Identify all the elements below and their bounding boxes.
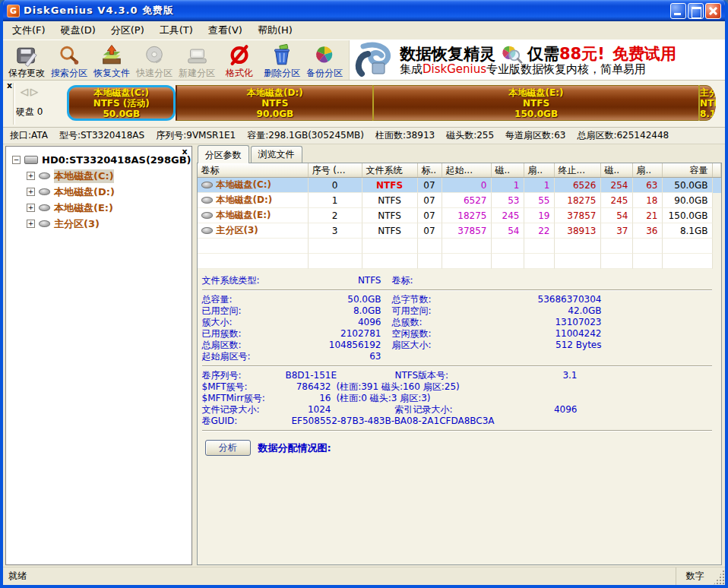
menu-tools[interactable]: 工具(T) bbox=[152, 21, 201, 40]
detail-label: 卷GUID: bbox=[202, 416, 286, 427]
disk-capacity: 容量:298.1GB(305245MB) bbox=[247, 129, 364, 142]
expand-icon[interactable]: + bbox=[27, 220, 35, 228]
tab-browse-files[interactable]: 浏览文件 bbox=[251, 146, 302, 163]
detail-value: B8D1-151E bbox=[286, 370, 331, 381]
delete-partition-button[interactable]: 删除分区 bbox=[261, 41, 303, 80]
detail-label: NTFS版本号: bbox=[395, 370, 494, 381]
menu-disk[interactable]: 硬盘(D) bbox=[53, 21, 103, 40]
tree-close-icon[interactable]: x bbox=[182, 147, 187, 156]
tree-item-primary[interactable]: + 主分区(3) bbox=[6, 216, 191, 232]
detail-row: $MFTMirr簇号:16 (柱面:0 磁头:3 扇区:3) bbox=[202, 393, 716, 404]
cell-capacity: 90.0GB bbox=[663, 193, 713, 208]
cell-end-head: 37 bbox=[601, 223, 633, 239]
tree-item-c[interactable]: + 本地磁盘(C:) bbox=[6, 168, 191, 184]
table-row[interactable]: 本地磁盘(E:) 2 NTFS 07 18275 245 19 37857 54… bbox=[198, 208, 722, 223]
status-numlock: 数字 bbox=[676, 567, 714, 585]
disk-nav-arrows[interactable]: ◁▷ bbox=[21, 86, 40, 97]
col-filesystem[interactable]: 文件系统 bbox=[362, 163, 418, 177]
empty-row bbox=[198, 254, 722, 269]
menu-file[interactable]: 文件(F) bbox=[5, 21, 53, 40]
detail-label: 已用簇数: bbox=[202, 328, 309, 340]
cell-filler bbox=[713, 178, 722, 193]
col-capacity[interactable]: 容量 bbox=[663, 163, 713, 177]
panel-close-icon[interactable]: x bbox=[7, 81, 12, 90]
detail-value: 1024 bbox=[286, 404, 331, 416]
col-end-head[interactable]: 磁.. bbox=[601, 163, 633, 177]
partition-details: 文件系统类型:NTFS 卷标: 总容量:50.0GB 总字节数:53686370… bbox=[198, 269, 722, 456]
status-ready: 就绪 bbox=[3, 567, 676, 585]
detail-label: 起始扇区号: bbox=[202, 351, 309, 362]
detail-label: $MFT簇号: bbox=[202, 381, 286, 393]
disk-icon bbox=[39, 172, 50, 179]
table-row[interactable]: 主分区(3) 3 NTFS 07 37857 54 22 38913 37 36… bbox=[198, 223, 722, 239]
cell-start-sec: 22 bbox=[524, 223, 555, 239]
save-changes-button[interactable]: 保存更改 bbox=[5, 41, 48, 80]
toolbar-label: 快速分区 bbox=[136, 68, 173, 78]
format-button[interactable]: 格式化 bbox=[218, 41, 261, 80]
detail-value: 3.1 bbox=[494, 370, 578, 381]
col-tag[interactable]: 标.. bbox=[418, 163, 442, 177]
table-row[interactable]: 本地磁盘(D:) 1 NTFS 07 6527 53 55 18275 245 … bbox=[198, 193, 722, 208]
col-start-sec[interactable]: 扇.. bbox=[524, 163, 555, 177]
data-map-caption: 数据分配情况图: bbox=[258, 441, 331, 455]
partition-segment-d[interactable]: 本地磁盘(D:) NTFS 90.0GB bbox=[176, 85, 372, 121]
col-end-cyl[interactable]: 终止... bbox=[555, 163, 601, 177]
search-partition-button[interactable]: 搜索分区 bbox=[48, 41, 90, 80]
detail-row: 总容量:50.0GB 总字节数:53686370304 bbox=[202, 294, 716, 305]
resize-grip[interactable] bbox=[714, 567, 725, 585]
cell-end-head: 245 bbox=[601, 193, 633, 208]
expand-icon[interactable]: + bbox=[27, 172, 35, 180]
cell-end-sec: 18 bbox=[633, 193, 663, 208]
cell-start-head: 1 bbox=[492, 178, 524, 193]
ad-banner[interactable]: 数据恢复精灵 仅需88元! 免费试用 集成DiskGenius专业版数据恢复内核… bbox=[349, 40, 725, 80]
partition-bar: 本地磁盘(C:) NTFS (活动) 50.0GB 本地磁盘(D:) NTFS … bbox=[67, 85, 716, 121]
expand-icon[interactable]: + bbox=[27, 188, 35, 196]
table-row[interactable]: 本地磁盘(C:) 0 NTFS 07 0 1 1 6526 254 63 50.… bbox=[198, 178, 722, 193]
tab-partition-params[interactable]: 分区参数 bbox=[198, 145, 249, 163]
new-partition-button[interactable]: 新建分区 bbox=[176, 41, 218, 80]
tree-item-label: 本地磁盘(C:) bbox=[54, 169, 114, 183]
col-start-cyl[interactable]: 起始... bbox=[442, 163, 492, 177]
col-start-head[interactable]: 磁.. bbox=[492, 163, 524, 177]
separator bbox=[202, 289, 713, 291]
toolbar-label: 格式化 bbox=[226, 68, 253, 78]
detail-value: 4096 bbox=[309, 317, 381, 328]
maximize-button[interactable] bbox=[688, 3, 704, 19]
detail-row: 卷序列号:B8D1-151E NTFS版本号:3.1 bbox=[202, 370, 716, 381]
disk-info-bar: 接口:ATA 型号:ST3320418AS 序列号:9VMSR1E1 容量:29… bbox=[3, 128, 725, 144]
cell-start-cyl: 6527 bbox=[442, 193, 492, 208]
close-button[interactable] bbox=[705, 3, 721, 19]
menu-view[interactable]: 查看(V) bbox=[201, 21, 250, 40]
cell-start-sec: 55 bbox=[524, 193, 555, 208]
expand-icon[interactable]: + bbox=[27, 204, 35, 212]
partition-segment-e[interactable]: 本地磁盘(E:) NTFS 150.0GB bbox=[372, 85, 698, 121]
prev-disk-icon[interactable]: ◁ bbox=[21, 86, 30, 97]
disk-icon bbox=[39, 188, 50, 195]
segment-size: 50.0GB bbox=[69, 109, 173, 119]
col-volume-label[interactable]: 卷标 bbox=[198, 163, 309, 177]
tree-item-e[interactable]: + 本地磁盘(E:) bbox=[6, 200, 191, 216]
recover-files-button[interactable]: 恢复文件 bbox=[90, 41, 133, 80]
partition-segment-c[interactable]: 本地磁盘(C:) NTFS (活动) 50.0GB bbox=[67, 85, 176, 121]
menu-help[interactable]: 帮助(H) bbox=[250, 21, 300, 40]
format-slash-icon bbox=[228, 44, 251, 68]
toolbar-label: 删除分区 bbox=[264, 68, 300, 78]
tree-item-disk[interactable]: − HD0:ST3320418AS(298GB) bbox=[6, 152, 191, 168]
tree-item-d[interactable]: + 本地磁盘(D:) bbox=[6, 184, 191, 200]
backup-partition-button[interactable]: 备份分区 bbox=[303, 41, 346, 80]
col-index[interactable]: 序号 (... bbox=[309, 163, 362, 177]
quick-partition-button[interactable]: 快速分区 bbox=[133, 41, 176, 80]
analyze-button[interactable]: 分析 bbox=[205, 440, 251, 456]
next-disk-icon[interactable]: ▷ bbox=[30, 86, 40, 97]
detail-label: 卷序列号: bbox=[202, 370, 286, 381]
collapse-icon[interactable]: − bbox=[12, 156, 21, 164]
cell-start-cyl: 0 bbox=[442, 178, 492, 193]
detail-label: 总簇数: bbox=[392, 317, 491, 328]
disk-cylinders: 柱面数:38913 bbox=[375, 129, 435, 142]
partition-segment-4[interactable]: 主分区(3) NTFS 8.1GB bbox=[698, 85, 716, 121]
menu-partition[interactable]: 分区(P) bbox=[103, 21, 152, 40]
col-end-sec[interactable]: 扇.. bbox=[633, 163, 663, 177]
tree-item-label: HD0:ST3320418AS(298GB) bbox=[42, 154, 191, 166]
minimize-button[interactable] bbox=[670, 3, 686, 19]
volume-name: 本地磁盘(D:) bbox=[217, 194, 273, 207]
